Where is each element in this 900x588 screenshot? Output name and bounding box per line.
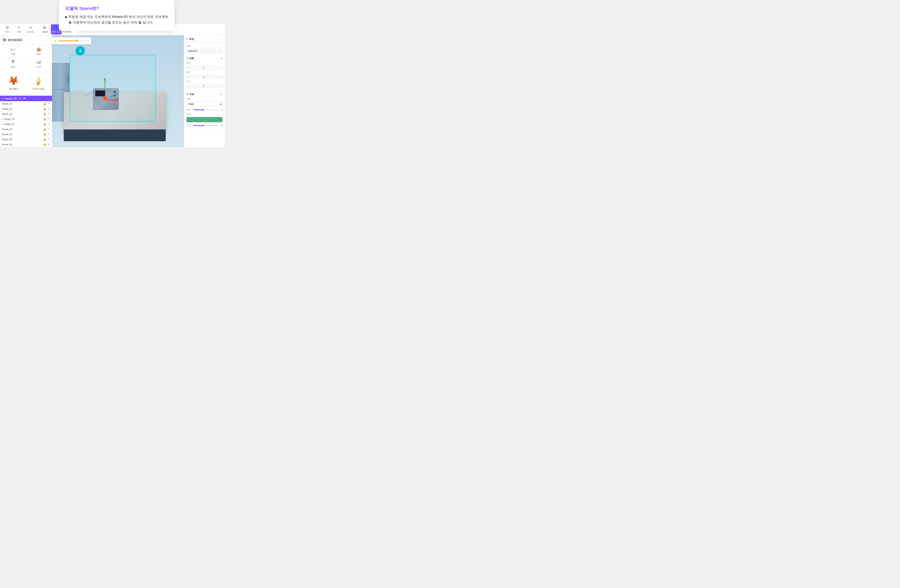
layer-row-7: house_01 🔒 👁	[0, 132, 52, 137]
layer-eye-6[interactable]: 👁	[48, 128, 50, 130]
tooltip-body: ■ 무료로 제공 되는 오브젝트와 Modelic3D 에서 자신이 만든 오브…	[65, 14, 168, 25]
toolbar-divider-1	[37, 26, 38, 33]
item-icecream[interactable]: 🍦 아이스크림	[27, 73, 50, 93]
layer-eye-9[interactable]: 👁	[48, 143, 50, 146]
fridge-handle-top	[67, 74, 68, 82]
layer-eye-1[interactable]: 👁	[48, 102, 50, 105]
step-badge-1: 1	[76, 46, 85, 56]
layer-row-6: house_01 🔒 👁	[0, 127, 52, 132]
layer-lock-2[interactable]: 🔒	[43, 107, 46, 110]
pos-y-input[interactable]	[222, 66, 225, 70]
toolbar-back[interactable]: ↩ 뒤로	[14, 24, 24, 34]
sun-slider-bar: ☀	[52, 37, 91, 44]
handle-center[interactable]	[103, 96, 107, 100]
scale-row: X Y Z	[186, 84, 223, 88]
handle-y[interactable]	[104, 81, 106, 90]
cat-row-1: △○ 기본 🎰 랜드	[0, 45, 52, 58]
cat-land[interactable]: 🎰 랜드	[26, 45, 52, 57]
layer-row-1: house_01 🔒 👁	[0, 101, 52, 106]
handle-y-tip	[103, 78, 106, 81]
tooltip-title: 모델릭 Space란?	[65, 6, 168, 11]
main-content: 📚 라이브러리 ‹ △○ 기본 🎰 랜드	[0, 35, 225, 147]
viewport[interactable]: ☀ 1	[52, 35, 184, 147]
layer-lock-8[interactable]: 🔒	[43, 138, 46, 141]
cat-spawn[interactable]: 📍 스폰	[0, 58, 26, 71]
layer-row-5: ▶ house_01 🔒 👁	[0, 122, 52, 127]
layer-lock-6[interactable]: 🔒	[43, 128, 46, 130]
sidebar: 📚 라이브러리 ‹ △○ 기본 🎰 랜드	[0, 35, 52, 147]
scale-y-input[interactable]	[222, 84, 225, 88]
layer-eye-icon[interactable]: 👁	[23, 97, 26, 100]
rot-y-input[interactable]	[222, 75, 225, 79]
range-row: 범위 0	[186, 108, 223, 111]
handle-x-tip	[116, 98, 119, 101]
layer-row-9: house_01 🔒 👁	[0, 142, 52, 147]
sun-slider-thumb[interactable]	[76, 39, 78, 42]
layer-lock-icon: 🔒	[19, 97, 22, 100]
layer-row-8: house_01 🔒 👁	[0, 137, 52, 142]
cat-basic[interactable]: △○ 기본	[0, 45, 26, 57]
layer-eye-5[interactable]: 👁	[48, 123, 50, 126]
scale-x-input[interactable]	[189, 84, 218, 88]
transform-reset[interactable]: ↺	[220, 57, 223, 60]
coffee-machine-screen	[95, 90, 105, 96]
coffee-machine-dot-1	[113, 91, 115, 93]
layer-eye-7[interactable]: 👁	[48, 133, 50, 136]
layer-lock-7[interactable]: 🔒	[43, 133, 46, 136]
layer-header: ≡ house_01 🔒 👁	[0, 96, 52, 101]
panel-title: ≡ 속성	[186, 37, 194, 41]
light-type-select[interactable]: Point	[186, 102, 223, 107]
name-input[interactable]	[186, 49, 223, 53]
sidebar-header: 📚 라이브러리 ‹	[0, 35, 52, 45]
layer-eye-8[interactable]: 👁	[48, 138, 50, 141]
cat-row-2: 📍 스폰 🛋 가구	[0, 58, 52, 71]
toolbar-menu[interactable]: ☰ 메뉴	[2, 24, 13, 34]
position-row: X Y Z	[186, 66, 223, 70]
intensity-slider-track[interactable]	[193, 125, 218, 126]
category-tabs: △○ 기본 🎰 랜드 📍 스폰 🛋 가구	[0, 45, 52, 71]
lighting-section: ▼ 조명 ↺ 유형 Point 범위 0 색상	[184, 91, 225, 130]
layer-lock-1[interactable]: 🔒	[43, 102, 46, 105]
toolbar-capture[interactable]: ⊞ 그룹화	[39, 24, 50, 34]
tooltip-bubble: 모델릭 Space란? ■ 무료로 제공 되는 오브젝트와 Modelic3D …	[59, 0, 175, 31]
layer-eye-4[interactable]: 👁	[48, 118, 50, 120]
panel-chevron-icon[interactable]: ›	[222, 37, 223, 40]
counter-front	[64, 129, 166, 141]
transform-section: ▼ 변환 ↺ 위치 X Y Z	[184, 55, 225, 91]
name-section: 이름	[184, 43, 225, 55]
layer-lock-9[interactable]: 🔒	[43, 143, 46, 146]
range-slider-track[interactable]	[193, 109, 218, 110]
rotation-row: X Y Z	[186, 75, 223, 79]
layer-eye-2[interactable]: 👁	[48, 107, 50, 110]
layer-lock-4[interactable]: 🔒	[43, 118, 46, 120]
toolbar-forward[interactable]: ↪ 앞으로	[25, 24, 36, 34]
layer-panel: ≡ house_01 🔒 👁 house_01 🔒 👁 house_01 🔒	[0, 96, 52, 147]
layer-lock-5[interactable]: 🔒	[43, 123, 46, 126]
handle-x[interactable]	[107, 99, 116, 101]
sidebar-close-button[interactable]: ‹	[43, 37, 49, 43]
color-swatch[interactable]	[186, 117, 223, 123]
layer-row-4: ▶ house_01 🔒 👁	[0, 116, 52, 122]
layer-row-2: house_01 🔒 👁	[0, 106, 52, 112]
intensity-row: 강도 0	[186, 124, 223, 127]
panel-header: ≡ 속성 ›	[184, 35, 225, 43]
layer-row-3: house_01 🔒 👁	[0, 112, 52, 116]
layer-eye-3[interactable]: 👁	[48, 112, 50, 115]
fridge-line	[52, 89, 69, 90]
rot-x-input[interactable]	[189, 75, 218, 79]
lighting-reset[interactable]: ↺	[220, 93, 223, 96]
right-panel: ≡ 속성 › 이름 ▼ 변환 ↺ 위치 X	[184, 35, 225, 147]
layer-lock-3[interactable]: 🔒	[43, 112, 46, 115]
sun-icon: ☀	[54, 39, 57, 43]
cat-furniture[interactable]: 🛋 가구	[26, 58, 52, 71]
sidebar-title: 📚 라이브러리	[3, 38, 22, 42]
pos-x-input[interactable]	[189, 66, 218, 70]
sun-slider-track[interactable]	[59, 40, 89, 41]
item-raccoon[interactable]: 🦊 랫서팬더	[2, 73, 25, 93]
app-container: ☰ 메뉴 ↩ 뒤로 ↪ 앞으로 ⊞ 그룹화 👤 영역 스냅 2 🖼 스카이박스	[0, 23, 225, 147]
sun-slider-fill	[59, 40, 77, 41]
